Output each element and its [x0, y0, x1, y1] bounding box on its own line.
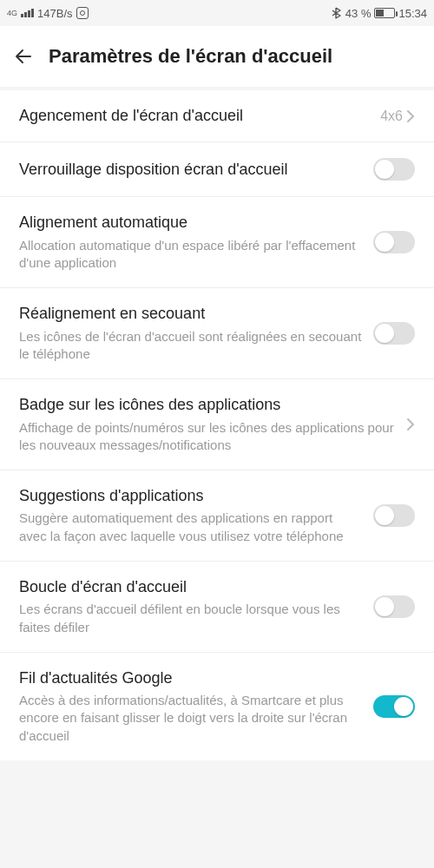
row-badge[interactable]: Badge sur les icônes des applications Af… — [0, 379, 434, 470]
chevron-right-icon — [406, 418, 415, 431]
battery-icon — [374, 8, 395, 18]
page-title: Paramètres de l'écran d'accueil — [49, 45, 332, 68]
row-subtitle: Allocation automatique d'un espace libér… — [19, 237, 363, 273]
bluetooth-icon — [332, 7, 342, 19]
status-bar: 4G 147B/s 43 % 15:34 — [0, 0, 434, 26]
row-title: Badge sur les icônes des applications — [19, 395, 396, 415]
row-subtitle: Affichage de points/numéros sur les icôn… — [19, 419, 396, 455]
arrow-left-icon — [13, 46, 34, 67]
data-speed: 147B/s — [37, 7, 72, 20]
app-header: Paramètres de l'écran d'accueil — [0, 26, 434, 87]
row-title: Réalignement en secouant — [19, 304, 363, 324]
back-button[interactable] — [10, 43, 36, 69]
row-subtitle: Les écrans d'accueil défilent en boucle … — [19, 601, 363, 636]
toggle-shake-align[interactable] — [373, 322, 415, 345]
row-title: Fil d'actualités Google — [19, 668, 363, 688]
toggle-home-loop[interactable] — [373, 595, 415, 618]
row-home-loop[interactable]: Boucle d'écran d'accueil Les écrans d'ac… — [0, 562, 434, 653]
clock: 15:34 — [398, 7, 427, 20]
row-title: Alignement automatique — [19, 213, 363, 233]
toggle-auto-align[interactable] — [373, 231, 415, 253]
chevron-right-icon — [406, 109, 415, 123]
camera-icon — [76, 7, 89, 19]
row-shake-align[interactable]: Réalignement en secouant Les icônes de l… — [0, 288, 434, 379]
battery-percent: 43 % — [345, 7, 372, 20]
row-google-feed[interactable]: Fil d'actualités Google Accès à des info… — [0, 653, 434, 760]
toggle-lock-layout[interactable] — [373, 158, 415, 181]
row-title: Boucle d'écran d'accueil — [19, 577, 363, 597]
signal-icon — [21, 9, 34, 17]
row-subtitle: Accès à des informations/actualités, à S… — [19, 692, 363, 745]
row-title: Suggestions d'applications — [19, 486, 363, 506]
row-lock-layout[interactable]: Verrouillage disposition écran d'accueil — [0, 142, 434, 197]
settings-list: Agencement de l'écran d'accueil 4x6 Verr… — [0, 90, 434, 760]
row-app-suggestions[interactable]: Suggestions d'applications Suggère autom… — [0, 470, 434, 562]
row-subtitle: Suggère automatiquement des applications… — [19, 510, 363, 545]
row-home-layout[interactable]: Agencement de l'écran d'accueil 4x6 — [0, 90, 434, 142]
row-title: Agencement de l'écran d'accueil — [19, 106, 370, 126]
row-value: 4x6 — [380, 108, 403, 124]
row-title: Verrouillage disposition écran d'accueil — [19, 160, 363, 180]
toggle-app-suggestions[interactable] — [373, 504, 415, 527]
row-auto-align[interactable]: Alignement automatique Allocation automa… — [0, 197, 434, 288]
net-type-label: 4G — [7, 10, 17, 17]
row-subtitle: Les icônes de l'écran d'accueil sont réa… — [19, 328, 363, 364]
toggle-google-feed[interactable] — [373, 695, 415, 718]
